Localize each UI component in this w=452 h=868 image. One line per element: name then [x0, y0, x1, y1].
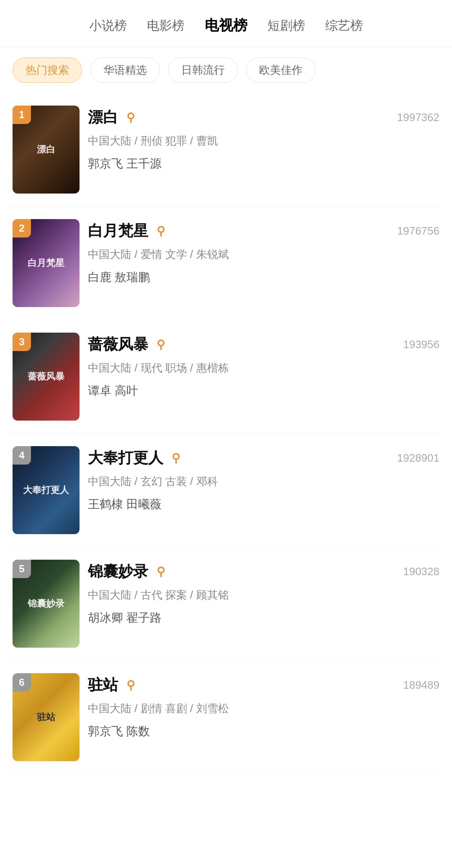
item-meta: 中国大陆 / 古代 探案 / 顾其铭 [88, 587, 439, 603]
thumbnail-wrapper: 锦囊妙录 5 [13, 560, 80, 648]
rank-badge: 2 [13, 219, 31, 238]
list-item[interactable]: 锦囊妙录 5 锦囊妙录 ⚲ 190328 中国大陆 / 古代 探案 / 顾其铭 … [8, 547, 444, 661]
item-cast: 胡冰卿 翟子路 [88, 610, 439, 626]
item-info: 蔷薇风暴 ⚲ 193956 中国大陆 / 现代 职场 / 惠楷栋 谭卓 高叶 [88, 333, 439, 399]
title-row: 白月梵星 ⚲ 1976756 [88, 221, 439, 241]
search-icon[interactable]: ⚲ [123, 678, 138, 693]
item-meta: 中国大陆 / 玄幻 古装 / 邓科 [88, 473, 439, 490]
nav-item-variety[interactable]: 综艺榜 [324, 14, 365, 38]
item-cast: 白鹿 敖瑞鹏 [88, 269, 439, 285]
item-count: 189489 [403, 679, 439, 692]
nav-item-movie[interactable]: 电影榜 [145, 14, 186, 38]
item-count: 1976756 [397, 225, 439, 238]
item-info: 驻站 ⚲ 189489 中国大陆 / 剧情 喜剧 / 刘雪松 郭京飞 陈数 [88, 673, 439, 739]
filter-chinese[interactable]: 华语精选 [90, 57, 160, 83]
thumbnail-wrapper: 大奉打更人 4 [13, 446, 80, 534]
list-item[interactable]: 白月梵星 2 白月梵星 ⚲ 1976756 中国大陆 / 爱情 文学 / 朱锐斌… [8, 207, 444, 320]
filter-jk[interactable]: 日韩流行 [168, 57, 238, 83]
rank-badge: 3 [13, 333, 31, 351]
nav-item-novel[interactable]: 小说榜 [87, 14, 128, 38]
item-meta: 中国大陆 / 现代 职场 / 惠楷栋 [88, 360, 439, 376]
search-icon[interactable]: ⚲ [123, 110, 138, 125]
title-row: 锦囊妙录 ⚲ 190328 [88, 561, 439, 582]
item-count: 190328 [403, 565, 439, 578]
list-item[interactable]: 驻站 6 驻站 ⚲ 189489 中国大陆 / 剧情 喜剧 / 刘雪松 郭京飞 … [8, 661, 444, 774]
item-cast: 郭京飞 王千源 [88, 156, 439, 172]
item-title: 白月梵星 ⚲ [88, 221, 168, 241]
list-item[interactable]: 蔷薇风暴 3 蔷薇风暴 ⚲ 193956 中国大陆 / 现代 职场 / 惠楷栋 … [8, 320, 444, 434]
nav-item-tv[interactable]: 电视榜 [203, 13, 249, 39]
search-icon[interactable]: ⚲ [168, 451, 183, 466]
item-meta: 中国大陆 / 爱情 文学 / 朱锐斌 [88, 246, 439, 263]
title-row: 驻站 ⚲ 189489 [88, 675, 439, 695]
filter-hot-search[interactable]: 热门搜索 [13, 57, 82, 83]
thumbnail-wrapper: 驻站 6 [13, 673, 80, 761]
search-icon[interactable]: ⚲ [153, 564, 168, 579]
title-row: 蔷薇风暴 ⚲ 193956 [88, 334, 439, 355]
item-title: 锦囊妙录 ⚲ [88, 561, 168, 582]
item-info: 大奉打更人 ⚲ 1928901 中国大陆 / 玄幻 古装 / 邓科 王鹤棣 田曦… [88, 446, 439, 512]
list-item[interactable]: 漂白 1 漂白 ⚲ 1997362 中国大陆 / 刑侦 犯罪 / 曹凯 郭京飞 … [8, 93, 444, 207]
item-title: 驻站 ⚲ [88, 675, 138, 695]
item-count: 1997362 [397, 111, 439, 124]
item-title: 蔷薇风暴 ⚲ [88, 334, 168, 355]
item-cast: 王鹤棣 田曦薇 [88, 496, 439, 512]
item-meta: 中国大陆 / 刑侦 犯罪 / 曹凯 [88, 133, 439, 149]
rank-badge: 1 [13, 106, 31, 124]
item-count: 193956 [403, 338, 439, 351]
search-icon[interactable]: ⚲ [153, 224, 168, 239]
item-cast: 谭卓 高叶 [88, 383, 439, 399]
list-item[interactable]: 大奉打更人 4 大奉打更人 ⚲ 1928901 中国大陆 / 玄幻 古装 / 邓… [8, 434, 444, 547]
item-title: 大奉打更人 ⚲ [88, 448, 183, 468]
search-icon[interactable]: ⚲ [153, 337, 168, 352]
thumbnail-wrapper: 蔷薇风暴 3 [13, 333, 80, 421]
thumbnail-wrapper: 白月梵星 2 [13, 219, 80, 307]
ranking-list: 漂白 1 漂白 ⚲ 1997362 中国大陆 / 刑侦 犯罪 / 曹凯 郭京飞 … [0, 93, 452, 774]
item-cast: 郭京飞 陈数 [88, 723, 439, 739]
rank-badge: 6 [13, 673, 31, 692]
nav-item-shortdrama[interactable]: 短剧榜 [266, 14, 307, 38]
filter-western[interactable]: 欧美佳作 [246, 57, 316, 83]
rank-badge: 5 [13, 560, 31, 578]
item-title: 漂白 ⚲ [88, 107, 138, 128]
thumbnail-wrapper: 漂白 1 [13, 106, 80, 194]
filter-bar: 热门搜索 华语精选 日韩流行 欧美佳作 [0, 47, 452, 93]
item-info: 锦囊妙录 ⚲ 190328 中国大陆 / 古代 探案 / 顾其铭 胡冰卿 翟子路 [88, 560, 439, 626]
item-count: 1928901 [397, 452, 439, 465]
title-row: 大奉打更人 ⚲ 1928901 [88, 448, 439, 468]
top-navigation: 小说榜 电影榜 电视榜 短剧榜 综艺榜 [0, 0, 452, 47]
item-meta: 中国大陆 / 剧情 喜剧 / 刘雪松 [88, 700, 439, 717]
item-info: 漂白 ⚲ 1997362 中国大陆 / 刑侦 犯罪 / 曹凯 郭京飞 王千源 [88, 106, 439, 172]
rank-badge: 4 [13, 446, 31, 465]
item-info: 白月梵星 ⚲ 1976756 中国大陆 / 爱情 文学 / 朱锐斌 白鹿 敖瑞鹏 [88, 219, 439, 285]
title-row: 漂白 ⚲ 1997362 [88, 107, 439, 128]
